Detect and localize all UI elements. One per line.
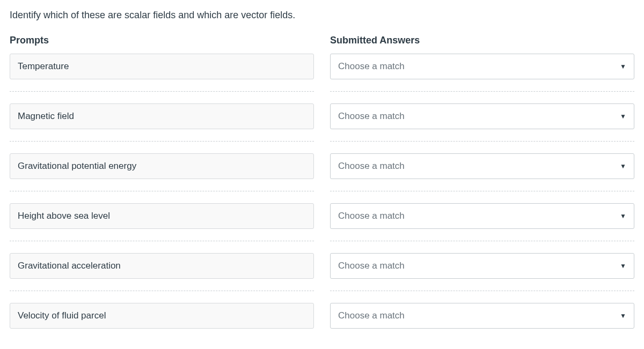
- answer-select[interactable]: Choose a match ▼: [330, 203, 634, 229]
- answer-select[interactable]: Choose a match ▼: [330, 303, 634, 329]
- prompt-box: Height above sea level: [10, 203, 314, 229]
- prompt-box: Gravitational acceleration: [10, 253, 314, 279]
- answer-placeholder: Choose a match: [338, 61, 405, 72]
- prompt-box: Gravitational potential energy: [10, 153, 314, 179]
- prompt-row: Height above sea level: [10, 203, 314, 241]
- chevron-down-icon: ▼: [620, 312, 626, 320]
- answer-row: Choose a match ▼: [330, 253, 634, 291]
- prompt-label: Temperature: [18, 61, 69, 72]
- answer-placeholder: Choose a match: [338, 111, 405, 122]
- answer-row: Choose a match ▼: [330, 153, 634, 191]
- prompt-row: Magnetic field: [10, 103, 314, 142]
- answer-row: Choose a match ▼: [330, 103, 634, 142]
- answer-select[interactable]: Choose a match ▼: [330, 253, 634, 279]
- answer-placeholder: Choose a match: [338, 310, 405, 321]
- chevron-down-icon: ▼: [620, 113, 626, 120]
- answers-header: Submitted Answers: [330, 35, 634, 46]
- prompts-column: Prompts Temperature Magnetic field Gravi…: [10, 35, 314, 337]
- answer-select[interactable]: Choose a match ▼: [330, 153, 634, 179]
- answer-select[interactable]: Choose a match ▼: [330, 103, 634, 129]
- prompt-row: Velocity of fluid parcel: [10, 303, 314, 333]
- chevron-down-icon: ▼: [620, 63, 626, 70]
- answers-column: Submitted Answers Choose a match ▼ Choos…: [330, 35, 634, 337]
- answer-placeholder: Choose a match: [338, 261, 405, 271]
- matching-columns: Prompts Temperature Magnetic field Gravi…: [10, 35, 634, 337]
- answer-row: Choose a match ▼: [330, 203, 634, 241]
- prompt-row: Temperature: [10, 54, 314, 92]
- question-text: Identify which of these are scalar field…: [10, 10, 634, 21]
- prompt-label: Magnetic field: [18, 111, 74, 122]
- chevron-down-icon: ▼: [620, 212, 626, 220]
- prompt-label: Gravitational acceleration: [18, 261, 121, 271]
- chevron-down-icon: ▼: [620, 262, 626, 270]
- prompt-label: Height above sea level: [18, 211, 110, 221]
- chevron-down-icon: ▼: [620, 162, 626, 170]
- prompt-box: Velocity of fluid parcel: [10, 303, 314, 329]
- answer-placeholder: Choose a match: [338, 211, 405, 221]
- answer-row: Choose a match ▼: [330, 54, 634, 92]
- prompt-row: Gravitational acceleration: [10, 253, 314, 291]
- prompt-label: Velocity of fluid parcel: [18, 310, 106, 321]
- prompt-label: Gravitational potential energy: [18, 161, 136, 172]
- prompts-header: Prompts: [10, 35, 314, 46]
- prompt-box: Temperature: [10, 54, 314, 79]
- answer-row: Choose a match ▼: [330, 303, 634, 333]
- answer-select[interactable]: Choose a match ▼: [330, 54, 634, 79]
- answer-placeholder: Choose a match: [338, 161, 405, 172]
- prompt-box: Magnetic field: [10, 103, 314, 129]
- prompt-row: Gravitational potential energy: [10, 153, 314, 191]
